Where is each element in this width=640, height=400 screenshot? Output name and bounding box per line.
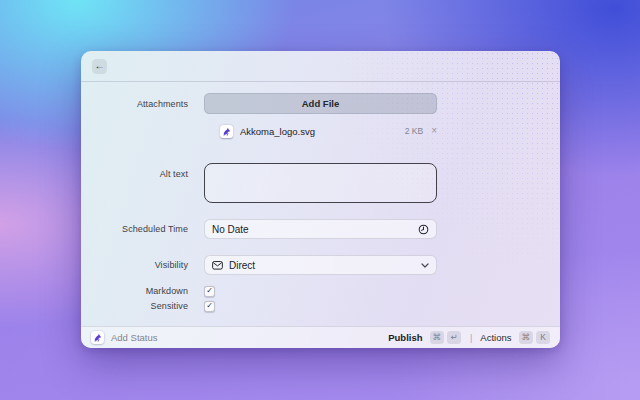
file-thumbnail <box>220 125 233 138</box>
add-status-window: ← Attachments Add File <box>81 51 560 348</box>
sensitive-label: Sensitive <box>81 301 188 311</box>
attachment-item-row: Akkoma_logo.svg 2 KB × <box>81 122 560 140</box>
alt-text-input[interactable] <box>204 163 437 203</box>
window-title: Add Status <box>111 332 157 343</box>
alt-text-row: Alt text <box>81 163 560 203</box>
publish-button[interactable]: Publish <box>388 332 422 343</box>
back-arrow-icon: ← <box>95 61 105 71</box>
akkoma-logo-icon <box>222 127 231 136</box>
scheduled-time-row: Scheduled Time No Date <box>81 219 560 239</box>
window-footer: Add Status Publish ⌘ ↵ | Actions ⌘ K <box>81 326 560 348</box>
compose-form: Attachments Add File <box>81 82 560 312</box>
file-size: 2 KB <box>405 126 423 136</box>
scheduled-time-field[interactable]: No Date <box>204 219 437 239</box>
command-key-badge: ⌘ <box>519 331 534 344</box>
k-key-badge: K <box>536 331 550 344</box>
footer-actions: Publish ⌘ ↵ | Actions ⌘ K <box>388 331 550 344</box>
chevron-down-icon <box>421 263 429 268</box>
desktop-background: ← Attachments Add File <box>0 0 640 400</box>
footer-app-info: Add Status <box>91 331 157 344</box>
alt-text-label: Alt text <box>81 163 188 179</box>
file-name: Akkoma_logo.svg <box>240 126 315 137</box>
attachments-row: Attachments Add File <box>81 93 560 114</box>
checkmark-icon: ✓ <box>206 302 213 310</box>
remove-file-icon[interactable]: × <box>431 126 437 136</box>
app-logo <box>91 331 104 344</box>
markdown-label: Markdown <box>81 286 188 296</box>
markdown-checkbox[interactable]: ✓ <box>204 286 215 297</box>
footer-separator: | <box>470 333 472 343</box>
clock-icon[interactable] <box>418 224 429 235</box>
visibility-dropdown[interactable]: Direct <box>204 255 437 275</box>
add-file-button[interactable]: Add File <box>204 93 437 114</box>
visibility-row: Visibility Direct <box>81 255 560 275</box>
visibility-value: Direct <box>229 260 255 271</box>
scheduled-time-value: No Date <box>212 224 249 235</box>
akkoma-logo-icon <box>93 333 102 342</box>
window-titlebar: ← <box>81 51 560 82</box>
back-button[interactable]: ← <box>92 59 107 74</box>
markdown-row: Markdown ✓ <box>81 285 560 297</box>
command-key-badge: ⌘ <box>430 331 445 344</box>
scheduled-time-label: Scheduled Time <box>81 224 188 234</box>
sensitive-row: Sensitive ✓ <box>81 300 560 312</box>
checkmark-icon: ✓ <box>206 287 213 295</box>
actions-button[interactable]: Actions <box>480 332 511 343</box>
envelope-icon <box>212 261 223 270</box>
attachment-item: Akkoma_logo.svg 2 KB × <box>204 125 437 138</box>
visibility-label: Visibility <box>81 260 188 270</box>
attachments-label: Attachments <box>81 99 188 109</box>
return-key-badge: ↵ <box>447 331 461 344</box>
sensitive-checkbox[interactable]: ✓ <box>204 301 215 312</box>
